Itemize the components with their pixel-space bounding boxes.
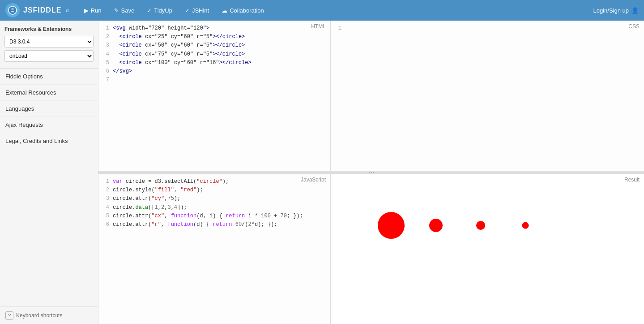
collaboration-button[interactable]: ☁ Collaboration (215, 4, 270, 17)
result-svg (358, 192, 581, 281)
circle-4 (522, 222, 529, 229)
editors-panel: HTML 1<svg width="720" height="120">2 <c… (98, 21, 644, 324)
js-line-2: 2circle.style("fill", "red"); (100, 186, 327, 194)
js-line-6: 6circle.attr("r", function(d) { return 6… (100, 220, 327, 229)
run-button[interactable]: ▶ Run (78, 4, 108, 17)
logo-alpha: α (66, 8, 68, 13)
collaboration-icon: ☁ (222, 7, 227, 14)
logo-text: JSFIDDLE (23, 6, 61, 14)
svg-point-0 (9, 6, 17, 14)
framework-select[interactable]: D3 3.0.4 (4, 36, 94, 48)
login-area[interactable]: Login/Sign up 👤 (593, 7, 639, 14)
js-code[interactable]: 1var circle = d3.selectAll("circle");2ci… (98, 174, 330, 324)
html-line-3: 3 <circle cx="50" cy="60" r="5"></circle… (100, 41, 327, 50)
save-icon: ✎ (114, 7, 119, 14)
save-label: Save (121, 7, 135, 14)
tidyup-icon: ✓ (147, 7, 152, 14)
html-line-2: 2 <circle cx="25" cy="60" r="5"></circle… (100, 33, 327, 41)
circle-3 (476, 221, 485, 230)
jshint-icon: ✓ (185, 7, 190, 14)
html-editor[interactable]: HTML 1<svg width="720" height="120">2 <c… (98, 21, 331, 171)
frameworks-title: Frameworks & Extensions (4, 26, 94, 32)
question-mark-icon: ? (8, 313, 11, 318)
circle-1 (378, 212, 405, 239)
html-line-4: 4 <circle cx="75" cy="60" r="5"></circle… (100, 50, 327, 59)
collaboration-label: Collaboration (230, 7, 264, 14)
shortcut-badge: ? (5, 311, 13, 320)
result-label-bottom: Result (624, 177, 640, 183)
login-label: Login/Sign up (593, 7, 629, 14)
load-select[interactable]: onLoad (4, 50, 94, 62)
html-line-7: 7 (100, 76, 327, 84)
tidyup-label: TidyUp (154, 7, 172, 14)
fiddle-options-link[interactable]: Fiddle Options (0, 69, 98, 85)
legal-credits-link[interactable]: Legal, Credits and Links (0, 133, 98, 149)
user-icon: 👤 (631, 7, 639, 14)
html-line-1: 1<svg width="720" height="120"> (100, 24, 327, 33)
css-editor[interactable]: CSS 1 (331, 21, 644, 171)
run-icon: ▶ (84, 7, 89, 14)
circle-2 (429, 219, 443, 232)
html-code[interactable]: 1<svg width="720" height="120">2 <circle… (98, 21, 330, 171)
tidyup-button[interactable]: ✓ TidyUp (141, 4, 179, 17)
js-line-3: 3circle.attr("cy",75); (100, 194, 327, 203)
run-label: Run (91, 7, 102, 14)
jshint-button[interactable]: ✓ JSHint (179, 4, 215, 17)
header: JSFIDDLEα ▶ Run ✎ Save ✓ TidyUp ✓ JSHint… (0, 0, 644, 21)
frameworks-section: Frameworks & Extensions D3 3.0.4 onLoad (0, 21, 98, 68)
html-line-6: 6</svg> (100, 67, 327, 76)
ajax-requests-link[interactable]: Ajax Requests (0, 117, 98, 133)
keyboard-shortcuts-row[interactable]: ? Keyboard shortcuts (0, 307, 98, 324)
js-line-5: 5circle.attr("cx", function(d, i) { retu… (100, 212, 327, 220)
css-code[interactable]: 1 (331, 21, 644, 171)
main-layout: Frameworks & Extensions D3 3.0.4 onLoad … (0, 21, 644, 324)
css-line-1: 1 (333, 24, 640, 33)
sidebar: Frameworks & Extensions D3 3.0.4 onLoad … (0, 21, 98, 324)
html-line-5: 5 <circle cx="100" cy="60" r="16"></circ… (100, 59, 327, 67)
jshint-label: JSHint (192, 7, 209, 14)
js-editor[interactable]: JavaScript 1var circle = d3.selectAll("c… (98, 174, 331, 324)
js-line-4: 4circle.data([1,2,3,4]); (100, 203, 327, 212)
languages-link[interactable]: Languages (0, 101, 98, 117)
logo-icon (5, 3, 20, 17)
external-resources-link[interactable]: External Resources (0, 85, 98, 101)
logo-area: JSFIDDLEα (5, 3, 69, 17)
save-button[interactable]: ✎ Save (108, 4, 141, 17)
js-line-1: 1var circle = d3.selectAll("circle"); (100, 177, 327, 186)
result-bottom-panel: Result (331, 174, 644, 324)
keyboard-shortcuts-label: Keyboard shortcuts (16, 312, 62, 319)
